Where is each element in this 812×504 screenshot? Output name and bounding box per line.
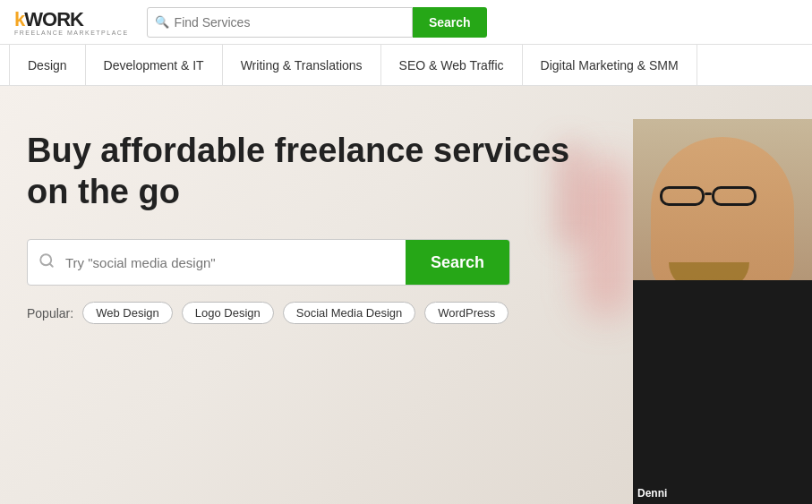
header-search-button[interactable]: Search	[413, 7, 487, 38]
hero-person-image: Denni	[633, 119, 812, 504]
header-search-bar: 🔍 Search	[147, 7, 487, 38]
nav-item-development[interactable]: Development & IT	[86, 45, 223, 85]
hero-headline-line1: Buy affordable freelance services	[27, 132, 569, 169]
header: kWORK FREELANCE MARKETPLACE 🔍 Search	[0, 0, 812, 45]
logo-subtitle: FREELANCE MARKETPLACE	[14, 30, 129, 36]
popular-tag-web-design[interactable]: Web Design	[82, 302, 173, 324]
hero-search-bar: Search	[27, 239, 510, 286]
search-icon: 🔍	[155, 15, 169, 29]
logo-work-text: WORK	[24, 8, 83, 30]
logo[interactable]: kWORK FREELANCE MARKETPLACE	[14, 8, 129, 36]
logo-k-icon: k	[14, 8, 24, 30]
nav-item-seo[interactable]: SEO & Web Traffic	[381, 45, 523, 85]
popular-tag-social-media[interactable]: Social Media Design	[283, 302, 416, 324]
main-nav: Design Development & IT Writing & Transl…	[0, 45, 812, 86]
hero-search-button[interactable]: Search	[406, 240, 509, 285]
hero-headline: Buy affordable freelance services on the…	[27, 131, 569, 212]
header-search-input-wrapper[interactable]: 🔍	[147, 7, 413, 38]
glasses-bridge	[705, 192, 712, 195]
glasses-right	[712, 186, 756, 206]
hero-search-input[interactable]	[65, 255, 406, 270]
nav-item-design[interactable]: Design	[9, 45, 86, 85]
hero-headline-line2: on the go	[27, 173, 180, 210]
hero-person-face	[651, 137, 794, 298]
hero-person-body: Denni	[633, 280, 812, 504]
logo-text: kWORK	[14, 8, 129, 31]
hero-person-name-label: Denni	[637, 487, 667, 500]
hero-section: Denni Buy affordable freelance services …	[0, 86, 812, 504]
popular-tag-logo-design[interactable]: Logo Design	[182, 302, 274, 324]
nav-item-digital-marketing[interactable]: Digital Marketing & SMM	[523, 45, 697, 85]
header-search-input[interactable]	[175, 15, 405, 30]
hero-content: Buy affordable freelance services on the…	[27, 131, 569, 324]
svg-line-1	[49, 264, 52, 267]
popular-tag-wordpress[interactable]: WordPress	[424, 302, 509, 324]
hero-search-icon	[28, 252, 65, 272]
glasses-left	[660, 186, 705, 206]
popular-row: Popular: Web Design Logo Design Social M…	[27, 302, 569, 324]
popular-label: Popular:	[27, 306, 73, 320]
nav-item-writing[interactable]: Writing & Translations	[223, 45, 381, 85]
